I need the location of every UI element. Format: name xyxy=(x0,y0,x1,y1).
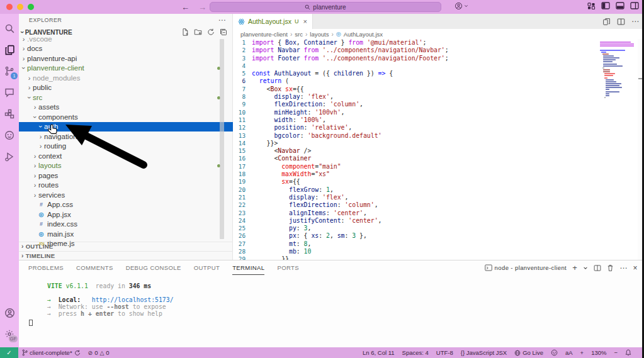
breadcrumb-item[interactable]: planventure-client xyxy=(240,31,288,38)
tree-item-docs[interactable]: ›docs xyxy=(19,44,233,54)
refresh-icon[interactable] xyxy=(207,28,215,36)
tree-item-auth[interactable]: ›auth xyxy=(19,122,233,132)
tree-item-public[interactable]: ›public xyxy=(19,83,233,93)
tree-item-node-modules[interactable]: ›node_modules xyxy=(19,73,233,83)
command-center-search[interactable]: planventure xyxy=(210,2,441,12)
status-item-copilot[interactable] xyxy=(547,347,562,358)
tree-item-index-css[interactable]: #index.css xyxy=(19,220,233,230)
code-line-23[interactable]: 23 alignItems: 'center', xyxy=(233,210,644,217)
code-line-21[interactable]: 21 display: 'flex', xyxy=(233,194,644,201)
code-line-25[interactable]: 25 py: 3, xyxy=(233,225,644,232)
split-terminal-icon[interactable] xyxy=(594,264,601,272)
status-item--[interactable]: − xyxy=(610,347,621,358)
panel-tab-output[interactable]: OUTPUT xyxy=(194,260,220,275)
tree-item-routing[interactable]: ›routing xyxy=(19,142,233,152)
code-line-12[interactable]: 12 position: 'relative', xyxy=(233,124,644,131)
panel-tab-comments[interactable]: COMMENTS xyxy=(76,260,113,275)
status-item-ln-6-col-11[interactable]: Ln 6, Col 11 xyxy=(359,347,398,358)
collapse-all-icon[interactable] xyxy=(220,28,227,36)
code-editor[interactable]: 1import { Box, Container } from '@mui/ma… xyxy=(233,39,644,260)
code-line-22[interactable]: 22 flexDirection: 'column', xyxy=(233,201,644,209)
status-item-+[interactable]: + xyxy=(577,347,588,358)
code-line-4[interactable]: 4 xyxy=(233,62,644,70)
open-changes-icon[interactable] xyxy=(602,18,611,26)
code-line-14[interactable]: 14 }}> xyxy=(233,140,644,147)
status-item-aa[interactable]: aA xyxy=(562,347,577,358)
tree-item-services[interactable]: ›services xyxy=(19,190,233,200)
code-line-28[interactable]: 28 mb: 10 xyxy=(233,248,644,255)
panel-left-icon[interactable] xyxy=(601,2,610,9)
layout-customize-icon[interactable] xyxy=(587,3,596,9)
activity-source-control-icon[interactable]: 1 xyxy=(0,60,19,82)
activity-run-debug-icon[interactable] xyxy=(0,146,19,167)
explorer-more-actions[interactable]: ⋯ xyxy=(218,16,226,25)
tree-item-pages[interactable]: ›pages xyxy=(19,171,233,181)
code-line-10[interactable]: 10 minHeight: '100vh', xyxy=(233,109,644,116)
tree-item-app-css[interactable]: #App.css xyxy=(19,200,233,210)
code-line-2[interactable]: 2import Navbar from '../components/navig… xyxy=(233,47,644,54)
status-item-notifications[interactable] xyxy=(621,347,635,358)
tree-item-planventure-client[interactable]: ›planventure-client xyxy=(19,64,233,74)
terminal-output[interactable]: VITE v6.1.1 ready in 346 ms → Local: htt… xyxy=(19,275,644,326)
code-line-1[interactable]: 1import { Box, Container } from '@mui/ma… xyxy=(233,39,644,47)
code-line-7[interactable]: 7 <Box sx={{ xyxy=(233,86,644,93)
add-terminal-icon[interactable]: + xyxy=(572,263,577,272)
new-file-icon[interactable] xyxy=(181,28,189,36)
code-line-20[interactable]: 20 flexGrow: 1, xyxy=(233,186,644,194)
activity-search-icon[interactable] xyxy=(0,18,19,39)
minimize-window-button[interactable] xyxy=(17,4,23,10)
breadcrumb-item[interactable]: AuthLayout.jsx xyxy=(344,31,383,38)
tree-item-components[interactable]: ›components xyxy=(19,112,233,122)
code-line-27[interactable]: 27 mt: 8, xyxy=(233,240,644,248)
panel-tab-terminal[interactable]: TERMINAL xyxy=(232,260,264,275)
tree-item-layouts[interactable]: ›layouts xyxy=(19,161,233,171)
tab-authlayout[interactable]: AuthLayout.jsx U × xyxy=(233,14,313,29)
code-line-8[interactable]: 8 display: 'flex', xyxy=(233,93,644,101)
workspace-section-header[interactable]: › PLANVENTURE xyxy=(19,26,232,38)
minimap[interactable] xyxy=(600,42,636,99)
close-panel-icon[interactable]: × xyxy=(633,264,638,272)
back-button[interactable]: ← xyxy=(181,3,189,12)
panel-tab-ports[interactable]: PORTS xyxy=(277,260,299,275)
code-line-24[interactable]: 24 justifyContent: 'center', xyxy=(233,217,644,225)
code-line-9[interactable]: 9 flexDirection: 'column', xyxy=(233,101,644,108)
code-line-6[interactable]: 6 return ( xyxy=(233,77,644,85)
status-item-130%[interactable]: 130% xyxy=(587,347,610,358)
breadcrumb-item[interactable]: layouts xyxy=(310,31,329,38)
tree-item-navigation[interactable]: ›navigation xyxy=(19,131,233,142)
activity-chat-icon[interactable] xyxy=(0,82,19,103)
panel-tab-problems[interactable]: PROBLEMS xyxy=(28,260,64,275)
panel-right-icon[interactable] xyxy=(630,2,639,9)
chevron-down-icon[interactable] xyxy=(583,266,588,271)
code-line-11[interactable]: 11 width: '100%', xyxy=(233,116,644,124)
tree-item-context[interactable]: ›context xyxy=(19,151,233,161)
new-folder-icon[interactable] xyxy=(194,28,202,36)
maximize-window-button[interactable] xyxy=(28,4,34,10)
forward-button[interactable]: → xyxy=(198,3,206,12)
sidebar-scrollbar[interactable] xyxy=(220,39,224,239)
remote-indicator[interactable]: ✓ xyxy=(0,347,18,358)
code-line-18[interactable]: 18 maxWidth="xs" xyxy=(233,171,644,178)
activity-copilot-icon[interactable] xyxy=(0,125,19,146)
tree-item-app-jsx[interactable]: ◎App.jsx xyxy=(19,210,233,220)
close-window-button[interactable] xyxy=(6,4,13,10)
code-line-15[interactable]: 15 <Navbar /> xyxy=(233,147,644,155)
more-actions-icon[interactable]: ⋯ xyxy=(619,264,627,272)
status-item-go-live[interactable]: Go Live xyxy=(511,347,547,358)
activity-explorer-icon[interactable] xyxy=(0,39,19,60)
panel-tab-debug-console[interactable]: DEBUG CONSOLE xyxy=(126,260,181,275)
panel-bottom-icon[interactable] xyxy=(616,2,624,9)
code-line-3[interactable]: 3import Footer from '../components/navig… xyxy=(233,55,644,62)
tree-item--vscode[interactable]: ›.vscode xyxy=(19,38,233,44)
code-line-17[interactable]: 17 component="main" xyxy=(233,163,644,171)
tree-item-assets[interactable]: ›assets xyxy=(19,103,233,113)
problems-status[interactable]: ⊘ 0 △ 0 xyxy=(84,347,113,358)
status-item-spaces-4[interactable]: Spaces: 4 xyxy=(398,347,432,358)
code-line-13[interactable]: 13 bgcolor: 'background.default' xyxy=(233,132,644,140)
code-line-19[interactable]: 19 sx={{ xyxy=(233,178,644,186)
code-line-29[interactable]: 29 }} xyxy=(233,255,644,260)
sidebar-section-outline[interactable]: ›OUTLINE xyxy=(19,242,233,251)
tree-item-main-jsx[interactable]: ◎main.jsx xyxy=(19,229,233,239)
tree-item-planventure-api[interactable]: ›planventure-api xyxy=(19,53,233,64)
code-line-16[interactable]: 16 <Container xyxy=(233,155,644,162)
